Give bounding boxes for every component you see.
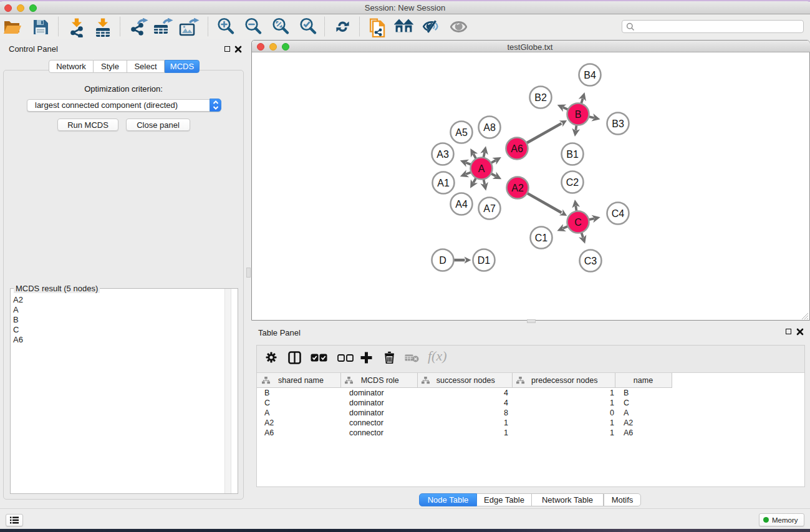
svg-text:C3: C3 xyxy=(584,256,597,266)
svg-text:C4: C4 xyxy=(612,208,625,219)
svg-text:A1: A1 xyxy=(437,178,450,188)
svg-text:A2: A2 xyxy=(511,183,524,193)
svg-text:C1: C1 xyxy=(535,233,548,243)
svg-text:A3: A3 xyxy=(436,149,449,160)
svg-text:C2: C2 xyxy=(566,177,579,188)
svg-text:A7: A7 xyxy=(483,203,496,214)
svg-text:B4: B4 xyxy=(584,70,596,80)
svg-text:C: C xyxy=(574,217,582,228)
svg-text:B1: B1 xyxy=(566,149,579,160)
svg-text:B2: B2 xyxy=(534,92,547,103)
svg-text:A: A xyxy=(478,163,485,174)
svg-text:A8: A8 xyxy=(483,122,496,133)
svg-text:B: B xyxy=(575,109,582,120)
svg-text:A6: A6 xyxy=(511,143,523,154)
svg-text:B3: B3 xyxy=(612,118,624,129)
svg-text:A5: A5 xyxy=(455,127,468,138)
svg-text:D1: D1 xyxy=(478,255,491,266)
svg-text:D: D xyxy=(439,255,446,266)
svg-text:A4: A4 xyxy=(455,199,468,210)
